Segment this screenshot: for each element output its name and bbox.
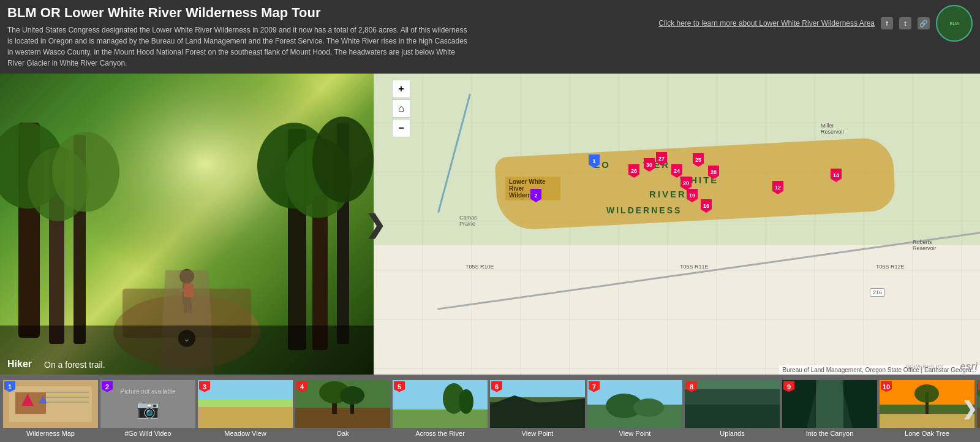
thumbnail-label-9: Into the Canyon bbox=[806, 430, 854, 437]
header-right: Click here to learn more about Lower Whi… bbox=[658, 5, 973, 42]
facebook-icon[interactable]: f bbox=[881, 17, 893, 29]
map-label-t05s-r12e: T05S R12E bbox=[876, 264, 905, 270]
thumbnail-label-2: #Go Wild Video bbox=[124, 430, 171, 437]
map-panel[interactable]: LO WER WHITE RIVER WILDERNESS CamasPrair… bbox=[374, 74, 980, 375]
page-title: BLM OR Lower White River Wilderness Map … bbox=[7, 5, 658, 21]
powered-by: POWERED BY bbox=[906, 364, 943, 370]
link-icon[interactable]: 🔗 bbox=[918, 17, 930, 29]
zoom-home-button[interactable]: ⌂ bbox=[392, 99, 410, 118]
svg-point-50 bbox=[633, 398, 664, 417]
thumbnail-11[interactable]: 11 Oak Woo... bbox=[977, 380, 980, 437]
header-description: The United States Congress designated th… bbox=[7, 25, 473, 69]
map-road-216: 216 bbox=[870, 288, 885, 297]
main-area: ⌄ Hiker On a forest trail. ❯ LO WER WHIT… bbox=[0, 74, 980, 375]
thumbnail-image-9: 9 bbox=[782, 380, 877, 428]
thumbnail-label-4: Oak bbox=[336, 430, 349, 437]
svg-point-14 bbox=[312, 116, 374, 202]
learn-more-link[interactable]: Click here to learn more about Lower Whi… bbox=[658, 19, 875, 28]
svg-rect-57 bbox=[816, 380, 843, 428]
map-background: LO WER WHITE RIVER WILDERNESS CamasPrair… bbox=[374, 74, 980, 375]
photo-panel: ⌄ Hiker On a forest trail. ❯ bbox=[0, 74, 374, 375]
twitter-icon[interactable]: t bbox=[899, 17, 911, 29]
svg-rect-40 bbox=[393, 410, 488, 428]
photo-container: ⌄ Hiker On a forest trail. bbox=[0, 74, 374, 375]
thumbnail-5[interactable]: 5 Across the River bbox=[393, 380, 488, 437]
thumbnail-image-1: 1 bbox=[3, 380, 98, 428]
thumbnail-label-7: View Point bbox=[619, 430, 651, 437]
zoom-in-button[interactable]: + bbox=[392, 80, 410, 98]
camera-icon: 📷 bbox=[137, 398, 159, 419]
thumbnail-image-7: 7 bbox=[587, 380, 682, 428]
map-label-t05s-r11e: T05S R11E bbox=[680, 264, 709, 270]
thumbnail-label-10: Lone Oak Tree bbox=[905, 430, 949, 437]
map-label-t05s-r10e: T05S R10E bbox=[466, 264, 494, 270]
svg-point-42 bbox=[459, 389, 473, 414]
header-left: BLM OR Lower White River Wilderness Map … bbox=[7, 5, 658, 69]
page-header: BLM OR Lower White River Wilderness Map … bbox=[0, 0, 980, 74]
unavailable-text: Picture not available bbox=[120, 388, 175, 395]
thumbnail-image-8: 8 bbox=[685, 380, 780, 428]
blm-logo: BLM bbox=[936, 5, 973, 42]
thumbnail-7[interactable]: 7 View Point bbox=[587, 380, 682, 437]
thumbnail-label-5: Across the River bbox=[415, 430, 465, 437]
thumbnail-6[interactable]: 6 View Point bbox=[490, 380, 585, 437]
photo-title: Hiker bbox=[7, 359, 32, 370]
thumbnail-image-4: 4 bbox=[295, 380, 390, 428]
thumbnail-label-8: Uplands bbox=[720, 430, 744, 437]
thumbnail-label-6: View Point bbox=[522, 430, 554, 437]
svg-point-62 bbox=[914, 384, 939, 403]
thumbnail-image-3: 3 bbox=[198, 380, 293, 428]
svg-rect-32 bbox=[198, 400, 293, 407]
thumbnail-image-5: 5 bbox=[393, 380, 488, 428]
thumbnail-4[interactable]: 4 Oak bbox=[295, 380, 390, 437]
thumbnail-label-3: Meadow View bbox=[224, 430, 266, 437]
thumbnail-strip: 1 Wilderness Map 2 Picture not available… bbox=[0, 375, 980, 442]
thumbnail-2[interactable]: 2 Picture not available 📷 #Go Wild Video bbox=[100, 380, 195, 437]
strip-next-arrow[interactable]: ❯ bbox=[962, 398, 977, 419]
photo-caption-bar: Hiker On a forest trail. bbox=[0, 326, 374, 375]
photo-next-arrow[interactable]: ❯ bbox=[365, 210, 386, 238]
thumbnail-image-11: 11 bbox=[977, 380, 980, 428]
thumbnail-9[interactable]: 9 Into the Canyon bbox=[782, 380, 877, 437]
esri-logo: esri bbox=[960, 361, 978, 372]
photo-description: On a forest trail. bbox=[44, 360, 105, 370]
svg-rect-52 bbox=[685, 405, 780, 428]
thumbnail-image-10: 10 bbox=[880, 380, 974, 428]
zoom-out-button[interactable]: − bbox=[392, 119, 410, 137]
thumbnail-number-2: 2 bbox=[102, 381, 113, 392]
map-attribution: Bureau of Land Management, Oregon State … bbox=[779, 365, 980, 375]
thumbnail-3[interactable]: 3 Meadow View bbox=[198, 380, 293, 437]
map-zoom-controls: + ⌂ − bbox=[392, 80, 410, 137]
svg-rect-64 bbox=[977, 408, 980, 428]
thumbnail-image-2: 2 Picture not available 📷 bbox=[100, 380, 195, 428]
svg-rect-34 bbox=[295, 408, 390, 428]
thumbnail-label-1: Wilderness Map bbox=[26, 430, 75, 437]
thumbnail-8[interactable]: 8 Uplands bbox=[685, 380, 780, 437]
thumbnail-1[interactable]: 1 Wilderness Map bbox=[3, 380, 98, 437]
svg-rect-53 bbox=[685, 380, 780, 389]
svg-point-11 bbox=[52, 132, 119, 211]
thumbnail-image-6: 6 bbox=[490, 380, 585, 428]
thumbnail-10[interactable]: 10 Lone Oak Tree bbox=[880, 380, 974, 437]
svg-point-38 bbox=[340, 386, 364, 405]
